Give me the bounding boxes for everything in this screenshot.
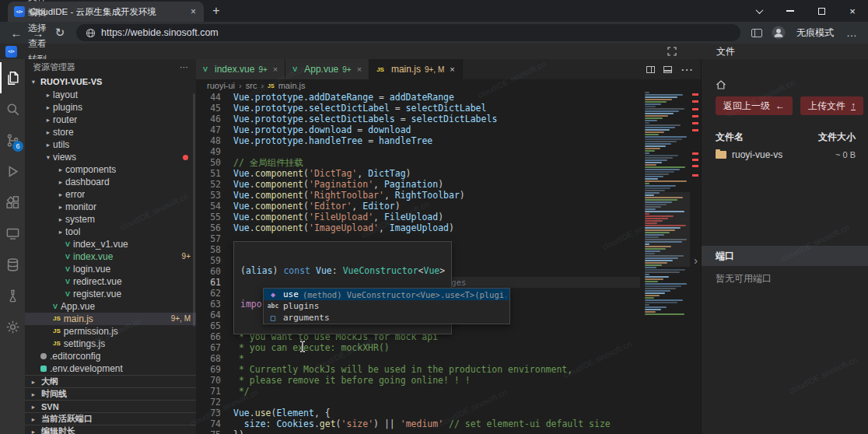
js-file-icon: JS bbox=[53, 338, 61, 350]
breadcrumb[interactable]: ruoyi-ui › src › JS main.js bbox=[196, 79, 701, 92]
split-screen-icon[interactable] bbox=[747, 23, 767, 42]
token: prototype bbox=[255, 92, 303, 103]
window-close-button[interactable]: × bbox=[837, 0, 868, 22]
chevron-right-icon: ▸ bbox=[44, 114, 53, 126]
sidebar-scrollbar[interactable] bbox=[193, 93, 195, 327]
minimap-line bbox=[645, 113, 674, 114]
minimap-line bbox=[645, 311, 656, 313]
tree-item-settings.js[interactable]: JSsettings.js bbox=[25, 338, 196, 350]
sidebar-section-3[interactable]: ▸当前活跃端口 bbox=[25, 412, 196, 425]
tree-item-router[interactable]: ▸router bbox=[25, 114, 196, 126]
source-control-icon[interactable]: 6 bbox=[0, 124, 25, 156]
tree-item-permission.js[interactable]: JSpermission.js bbox=[25, 325, 196, 338]
settings-gear-icon[interactable] bbox=[0, 311, 25, 342]
tree-item-store[interactable]: ▸store bbox=[25, 126, 196, 138]
tree-item-tool[interactable]: ▸tool bbox=[25, 226, 196, 238]
tree-item-label: login.vue bbox=[73, 263, 110, 275]
address-bar[interactable]: https://webide.sinosoft.com bbox=[76, 24, 740, 41]
home-icon[interactable] bbox=[716, 79, 726, 90]
token: . bbox=[250, 92, 255, 103]
sidebar-section-0[interactable]: ▸大纲 bbox=[25, 375, 196, 387]
tree-item-login.vue[interactable]: Vlogin.vue bbox=[25, 263, 196, 275]
tab-close-icon[interactable]: × bbox=[189, 6, 198, 17]
tree-item-system[interactable]: ▸system bbox=[25, 213, 196, 226]
code-line: Vue.component('ImageUpload', ImageUpload… bbox=[233, 222, 640, 233]
tree-item-label: store bbox=[53, 126, 74, 138]
extensions-icon[interactable] bbox=[0, 187, 25, 218]
suggest-item-plugins[interactable]: abc plugins bbox=[264, 300, 509, 312]
suggest-item-use[interactable]: ◆ use (method) VueConstructor<Vue>.use<T… bbox=[264, 289, 509, 300]
go-up-button[interactable]: 返回上一级 ← bbox=[716, 96, 793, 115]
sidebar-section-2[interactable]: ▸SVN bbox=[25, 400, 196, 412]
token: . bbox=[250, 212, 255, 222]
sidebar-section-1[interactable]: ▸时间线 bbox=[25, 387, 196, 400]
explorer-actions-icon[interactable]: ⋯ bbox=[180, 62, 188, 72]
tab-main-js[interactable]: JS main.js 9+, M × bbox=[369, 59, 463, 79]
database-icon[interactable] bbox=[0, 249, 25, 280]
explorer-icon[interactable] bbox=[0, 62, 25, 93]
menu-item-编辑[interactable]: 编辑 bbox=[23, 5, 52, 20]
avatar[interactable] bbox=[768, 23, 789, 42]
tree-item-layout[interactable]: ▸layout bbox=[25, 89, 196, 101]
tree-item-.editorconfig[interactable]: .editorconfig bbox=[25, 350, 196, 362]
search-icon[interactable] bbox=[0, 93, 25, 124]
error-mark bbox=[692, 165, 698, 167]
panel-collapse-chevron-icon[interactable]: › bbox=[691, 250, 701, 271]
tree-item-error[interactable]: ▸error bbox=[25, 188, 196, 201]
tree-item-index_v1.vue[interactable]: Vindex_v1.vue bbox=[25, 238, 196, 250]
tab-close-icon[interactable]: × bbox=[273, 65, 278, 74]
chevron-down-icon: ▾ bbox=[29, 78, 38, 86]
new-tab-button[interactable]: + bbox=[207, 2, 226, 20]
reload-button[interactable]: ↻ bbox=[50, 23, 70, 42]
tree-item-monitor[interactable]: ▸monitor bbox=[25, 201, 196, 213]
chevron-right-icon: ▸ bbox=[56, 163, 65, 176]
tab-close-icon[interactable]: × bbox=[450, 65, 454, 74]
tree-item-main.js[interactable]: JSmain.js9+, M bbox=[25, 313, 196, 325]
tab-close-icon[interactable]: × bbox=[357, 65, 362, 74]
tab-app-vue[interactable]: V App.vue 9+ × bbox=[285, 59, 369, 79]
line-number: 75 bbox=[196, 429, 230, 434]
minimap-slider[interactable] bbox=[645, 192, 690, 267]
project-root[interactable]: ▾ RUOYI-VUE-VS bbox=[25, 75, 196, 89]
minimap-line bbox=[645, 145, 666, 147]
test-beaker-icon[interactable] bbox=[0, 280, 25, 311]
minimap-line bbox=[645, 131, 664, 133]
tree-item-index.vue[interactable]: Vindex.vue9+ bbox=[25, 250, 196, 263]
code-line: // 全局组件挂载 bbox=[233, 157, 640, 168]
tree-item-.env.development[interactable]: .env.development bbox=[25, 362, 196, 375]
tree-item-App.vue[interactable]: VApp.vue bbox=[25, 300, 196, 313]
menu-item-选择[interactable]: 选择 bbox=[23, 20, 52, 36]
token bbox=[233, 418, 244, 429]
token: . bbox=[250, 135, 255, 146]
run-debug-icon[interactable] bbox=[0, 156, 25, 187]
tree-item-redirect.vue[interactable]: Vredirect.vue bbox=[25, 275, 196, 288]
tree-item-views[interactable]: ▾views bbox=[25, 151, 196, 163]
env-file-icon bbox=[40, 366, 47, 372]
token: DictTag bbox=[368, 168, 405, 179]
layout-icon[interactable] bbox=[663, 66, 672, 73]
tree-item-dashboard[interactable]: ▸dashboard bbox=[25, 176, 196, 188]
more-actions-icon[interactable]: ⋯ bbox=[681, 62, 693, 77]
browser-menu-icon[interactable]: … bbox=[842, 26, 862, 39]
upload-file-button[interactable]: 上传文件 ↑ bbox=[800, 96, 863, 115]
tab-list-chevron-icon[interactable] bbox=[744, 0, 775, 22]
code-editor[interactable]: 4445464748495051525354555657585960616263… bbox=[196, 92, 701, 434]
suggest-item-arguments[interactable]: □ arguments bbox=[264, 312, 509, 324]
remote-explorer-icon[interactable] bbox=[0, 218, 25, 249]
tree-item-utils[interactable]: ▸utils bbox=[25, 138, 196, 151]
sidebar-section-4[interactable]: ▸编辑时长 bbox=[25, 425, 196, 434]
hover-line-1: (alias) const Vue: VueConstructor<Vue> bbox=[240, 265, 445, 277]
tree-item-register.vue[interactable]: Vregister.vue bbox=[25, 288, 196, 300]
ports-section-header[interactable]: 端口 bbox=[702, 246, 868, 266]
tab-index-vue[interactable]: V index.vue 9+ × bbox=[196, 59, 285, 79]
minimap-line bbox=[645, 134, 659, 135]
tree-item-components[interactable]: ▸components bbox=[25, 163, 196, 176]
window-minimize-button[interactable] bbox=[775, 0, 806, 22]
tree-item-plugins[interactable]: ▸plugins bbox=[25, 101, 196, 114]
window-maximize-button[interactable] bbox=[806, 0, 837, 22]
menu-item-查看[interactable]: 查看 bbox=[23, 36, 52, 51]
token: prototype bbox=[255, 135, 303, 146]
file-row-ruoyi-vue-vs[interactable]: ruoyi-vue-vs ~ 0 B bbox=[716, 149, 856, 160]
split-editor-icon[interactable] bbox=[646, 66, 655, 73]
fullscreen-icon[interactable] bbox=[667, 47, 677, 56]
